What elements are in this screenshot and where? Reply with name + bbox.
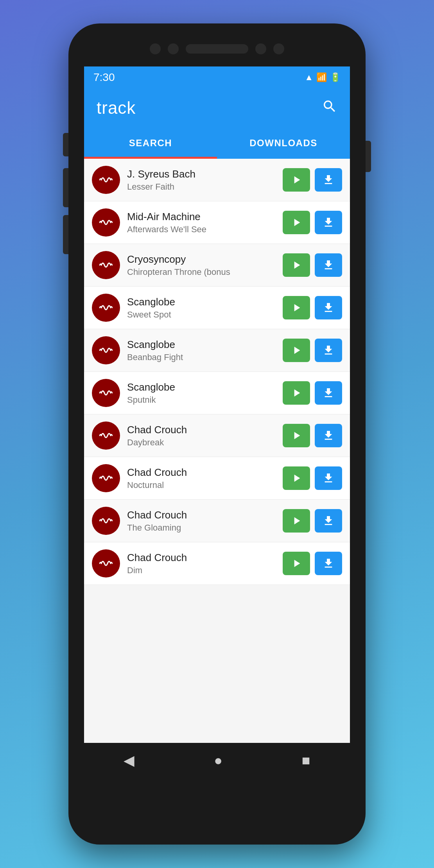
track-artist: J. Syreus Bach (127, 168, 276, 180)
download-button[interactable] (315, 381, 342, 405)
track-artist: Scanglobe (127, 381, 276, 393)
track-avatar (92, 166, 120, 194)
track-title: Nocturnal (127, 480, 276, 490)
track-artist: Chad Crouch (127, 424, 276, 436)
track-item: Scanglobe Sputnik (84, 372, 350, 414)
track-title: Afterwards We'll See (127, 224, 276, 235)
track-title: Lesser Faith (127, 182, 276, 192)
track-info: Scanglobe Beanbag Fight (127, 339, 276, 362)
screen: 7:30 ▲ 📶 🔋 track SEARCH DOWNLOADS (84, 66, 350, 778)
track-artist: Chad Crouch (127, 552, 276, 564)
track-info: Chad Crouch Nocturnal (127, 466, 276, 490)
track-avatar (92, 421, 120, 450)
play-button[interactable] (283, 168, 310, 192)
track-avatar (92, 464, 120, 492)
tab-search[interactable]: SEARCH (84, 127, 217, 159)
camera-dot-left (150, 43, 161, 54)
camera-dot-right (255, 43, 266, 54)
tab-bar: SEARCH DOWNLOADS (84, 127, 350, 159)
play-button[interactable] (283, 509, 310, 533)
track-actions (283, 381, 342, 405)
track-avatar (92, 549, 120, 577)
tab-downloads[interactable]: DOWNLOADS (217, 127, 350, 159)
phone-top-hardware (68, 23, 366, 66)
track-info: Chad Crouch Daybreak (127, 424, 276, 448)
download-button[interactable] (315, 466, 342, 490)
play-button[interactable] (283, 424, 310, 447)
volume-down-button (63, 215, 68, 254)
track-item: J. Syreus Bach Lesser Faith (84, 159, 350, 201)
track-actions (283, 211, 342, 234)
camera-dot-center (168, 43, 179, 54)
track-actions (283, 168, 342, 192)
play-button[interactable] (283, 552, 310, 575)
track-actions (283, 339, 342, 362)
speaker-slot (186, 44, 248, 54)
track-artist: Chad Crouch (127, 509, 276, 521)
download-button[interactable] (315, 552, 342, 575)
track-avatar (92, 379, 120, 407)
track-artist: Scanglobe (127, 296, 276, 308)
download-button[interactable] (315, 296, 342, 319)
track-avatar (92, 294, 120, 322)
track-item: Chad Crouch The Gloaming (84, 500, 350, 542)
search-button[interactable] (322, 99, 337, 118)
track-info: Chad Crouch The Gloaming (127, 509, 276, 533)
phone-frame: 7:30 ▲ 📶 🔋 track SEARCH DOWNLOADS (68, 23, 366, 845)
app-bar: track (84, 88, 350, 127)
track-avatar (92, 507, 120, 535)
track-title: Sputnik (127, 395, 276, 405)
home-button[interactable]: ● (214, 752, 222, 769)
track-item: Scanglobe Beanbag Fight (84, 329, 350, 372)
download-button[interactable] (315, 211, 342, 234)
signal-icon: 📶 (316, 72, 327, 82)
track-avatar (92, 336, 120, 364)
track-item: Mid-Air Machine Afterwards We'll See (84, 201, 350, 244)
phone-bottom-hardware (68, 778, 366, 809)
play-button[interactable] (283, 381, 310, 405)
track-info: Scanglobe Sweet Spot (127, 296, 276, 320)
track-item: Chad Crouch Daybreak (84, 414, 350, 457)
play-button[interactable] (283, 211, 310, 234)
track-artist: Mid-Air Machine (127, 211, 276, 223)
download-button[interactable] (315, 339, 342, 362)
recent-button[interactable]: ■ (302, 752, 310, 769)
track-info: J. Syreus Bach Lesser Faith (127, 168, 276, 192)
battery-icon: 🔋 (330, 72, 341, 82)
track-title: Daybreak (127, 438, 276, 448)
play-button[interactable] (283, 296, 310, 319)
app-title: track (97, 98, 136, 118)
download-button[interactable] (315, 168, 342, 192)
download-button[interactable] (315, 509, 342, 533)
volume-silent-button (63, 133, 68, 156)
track-actions (283, 424, 342, 447)
download-button[interactable] (315, 424, 342, 447)
track-title: Chiropteran Throne (bonus (127, 267, 276, 277)
track-info: Cryosyncopy Chiropteran Throne (bonus (127, 253, 276, 277)
track-title: The Gloaming (127, 523, 276, 533)
volume-up-button (63, 168, 68, 207)
status-bar: 7:30 ▲ 📶 🔋 (84, 66, 350, 88)
status-time: 7:30 (93, 71, 115, 84)
play-button[interactable] (283, 253, 310, 277)
track-title: Sweet Spot (127, 310, 276, 320)
track-title: Beanbag Fight (127, 352, 276, 362)
play-button[interactable] (283, 466, 310, 490)
track-avatar (92, 251, 120, 279)
track-actions (283, 253, 342, 277)
track-info: Scanglobe Sputnik (127, 381, 276, 405)
back-button[interactable]: ◀ (124, 752, 135, 769)
download-button[interactable] (315, 253, 342, 277)
track-avatar (92, 208, 120, 237)
track-item: Chad Crouch Nocturnal (84, 457, 350, 500)
track-actions (283, 296, 342, 319)
track-title: Dim (127, 565, 276, 576)
track-artist: Scanglobe (127, 339, 276, 351)
track-actions (283, 509, 342, 533)
track-info: Mid-Air Machine Afterwards We'll See (127, 211, 276, 235)
wifi-icon: ▲ (305, 72, 313, 82)
status-icons: ▲ 📶 🔋 (305, 72, 341, 82)
play-button[interactable] (283, 339, 310, 362)
power-button (366, 141, 371, 172)
camera-dot-far-right (273, 43, 284, 54)
